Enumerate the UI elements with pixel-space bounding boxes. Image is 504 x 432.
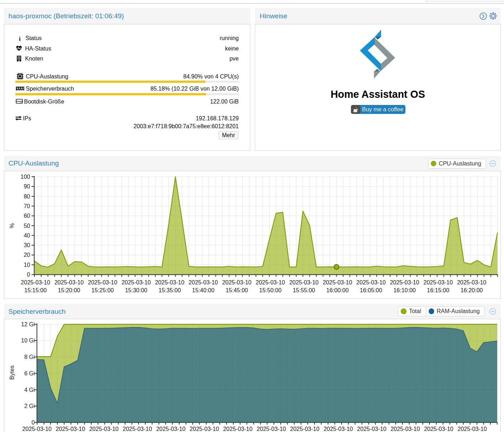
svg-text:2 Gi: 2 Gi [24, 403, 35, 409]
svg-text:2025-03-10: 2025-03-10 [323, 279, 352, 285]
svg-text:15:25:00: 15:25:00 [91, 287, 114, 293]
svg-text:6 Gi: 6 Gi [24, 370, 35, 376]
svg-text:2025-03-10: 2025-03-10 [155, 279, 184, 285]
svg-text:16:00:00: 16:00:00 [326, 287, 348, 293]
svg-text:30: 30 [24, 242, 30, 248]
svg-text:2025-03-10: 2025-03-10 [290, 426, 319, 432]
svg-text:16:15:00: 16:15:00 [427, 287, 449, 293]
svg-text:2025-03-10: 2025-03-10 [89, 426, 119, 432]
svg-text:8 Gi: 8 Gi [24, 354, 35, 360]
svg-text:16:05:00: 16:05:00 [360, 287, 382, 293]
svg-text:90: 90 [24, 183, 30, 189]
svg-text:0: 0 [27, 272, 30, 278]
svg-text:2025-03-10: 2025-03-10 [357, 426, 386, 432]
svg-text:2025-03-10: 2025-03-10 [457, 279, 486, 285]
svg-text:2025-03-10: 2025-03-10 [56, 426, 85, 432]
svg-text:2025-03-10: 2025-03-10 [122, 279, 151, 285]
svg-text:2025-03-10: 2025-03-10 [189, 279, 218, 285]
svg-text:2025-03-10: 2025-03-10 [257, 426, 286, 432]
svg-text:80: 80 [24, 193, 30, 200]
svg-text:10: 10 [24, 262, 30, 268]
svg-text:15:35:00: 15:35:00 [158, 287, 181, 293]
svg-text:60: 60 [24, 213, 30, 219]
svg-text:70: 70 [24, 203, 30, 209]
svg-text:15:20:00: 15:20:00 [58, 287, 80, 293]
svg-text:2025-03-10: 2025-03-10 [256, 279, 285, 285]
svg-text:2025-03-10: 2025-03-10 [289, 279, 319, 285]
svg-text:i: i [19, 35, 21, 42]
svg-text:2025-03-10: 2025-03-10 [22, 426, 52, 432]
svg-text:2025-03-10: 2025-03-10 [156, 426, 186, 432]
svg-text:12 Gi: 12 Gi [21, 321, 35, 327]
svg-text:2025-03-10: 2025-03-10 [457, 426, 487, 432]
svg-text:2025-03-10: 2025-03-10 [390, 426, 420, 432]
svg-text:2025-03-10: 2025-03-10 [222, 279, 252, 285]
svg-text:16:10:00: 16:10:00 [393, 287, 415, 293]
svg-text:2025-03-10: 2025-03-10 [88, 279, 117, 285]
svg-text:2025-03-10: 2025-03-10 [123, 426, 152, 432]
svg-text:15:15:00: 15:15:00 [24, 287, 47, 293]
svg-text:0: 0 [32, 419, 35, 426]
svg-text:2025-03-10: 2025-03-10 [423, 279, 453, 285]
svg-text:Bytes: Bytes [9, 365, 15, 380]
svg-text:15:55:00: 15:55:00 [293, 287, 315, 293]
svg-text:100: 100 [20, 174, 30, 180]
svg-text:15:50:00: 15:50:00 [259, 287, 281, 293]
svg-text:16:20:00: 16:20:00 [461, 287, 483, 293]
svg-text:2025-03-10: 2025-03-10 [21, 279, 50, 285]
svg-text:15:40:00: 15:40:00 [192, 287, 214, 293]
svg-text:10 Gi: 10 Gi [21, 337, 35, 344]
svg-text:40: 40 [24, 232, 30, 239]
svg-text:20: 20 [24, 252, 30, 258]
svg-text:15:30:00: 15:30:00 [125, 287, 147, 293]
svg-text:2025-03-10: 2025-03-10 [424, 426, 453, 432]
svg-text:15:45:00: 15:45:00 [225, 287, 248, 293]
svg-text:2025-03-10: 2025-03-10 [324, 426, 353, 432]
svg-text:%: % [9, 223, 15, 228]
svg-text:50: 50 [24, 223, 30, 229]
svg-text:2025-03-10: 2025-03-10 [54, 279, 84, 285]
svg-text:4 Gi: 4 Gi [24, 387, 35, 393]
svg-text:2025-03-10: 2025-03-10 [190, 426, 219, 432]
svg-text:2025-03-10: 2025-03-10 [223, 426, 252, 432]
svg-text:2025-03-10: 2025-03-10 [356, 279, 386, 285]
svg-text:2025-03-10: 2025-03-10 [390, 279, 419, 285]
